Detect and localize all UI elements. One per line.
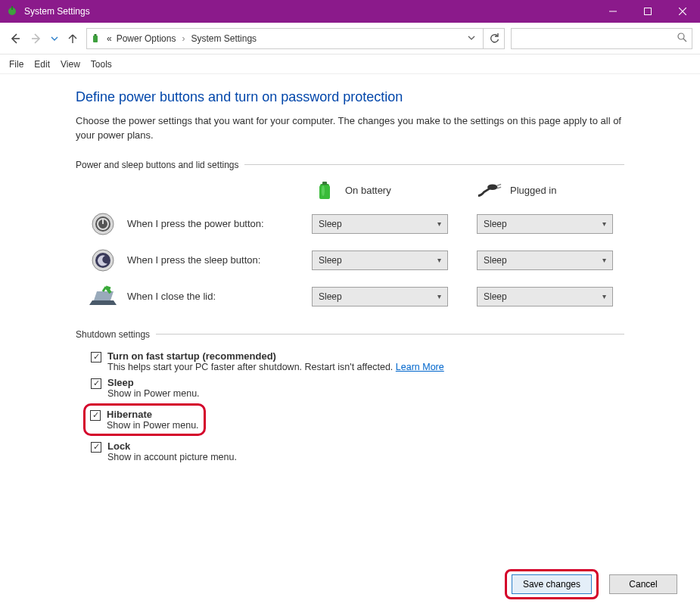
checkbox[interactable]: ✓ <box>91 442 101 453</box>
column-plugged-in: Plugged in <box>477 181 628 201</box>
cancel-button[interactable]: Cancel <box>609 574 677 594</box>
section-label-text: Power and sleep buttons and lid settings <box>76 160 238 170</box>
row-sleep-label: When I press the sleep button: <box>127 254 260 266</box>
chevron-down-icon: ▾ <box>602 292 606 300</box>
power-grid: On battery Plugged in When I press the p… <box>86 181 624 310</box>
select-value: Sleep <box>484 219 507 229</box>
refresh-button[interactable] <box>484 28 505 49</box>
maximize-button[interactable] <box>630 0 665 23</box>
page-heading: Define power buttons and turn on passwor… <box>76 89 624 105</box>
power-icon <box>86 211 120 237</box>
section-label-text: Shutdown settings <box>76 329 150 340</box>
chevron-down-icon: ▾ <box>602 219 606 228</box>
battery-column-icon <box>312 181 338 201</box>
window-controls <box>596 0 700 23</box>
checkbox-sleep: ✓ Sleep Show in Power menu. <box>91 377 624 399</box>
svg-rect-3 <box>645 8 652 15</box>
checkbox-hibernate: ✓ Hibernate Show in Power menu. <box>90 409 199 431</box>
checkbox-label: Lock <box>107 440 237 452</box>
select-value: Sleep <box>319 291 342 302</box>
menu-tools[interactable]: Tools <box>91 59 112 70</box>
select-lid-battery[interactable]: Sleep ▾ <box>312 287 448 306</box>
checkbox-sub: Show in account picture menu. <box>107 452 237 462</box>
column-plugged-label: Plugged in <box>510 185 556 196</box>
column-on-battery: On battery <box>312 181 463 201</box>
nav-back-button[interactable] <box>8 31 23 46</box>
titlebar: System Settings <box>0 0 700 23</box>
chevron-down-icon: ▾ <box>437 256 441 264</box>
select-lid-plugged[interactable]: Sleep ▾ <box>477 287 613 306</box>
checkbox-label: Sleep <box>107 377 200 388</box>
navbar: « Power Options › System Settings <box>0 23 700 54</box>
highlighted-save: Save changes <box>505 569 599 599</box>
plug-column-icon <box>477 181 502 201</box>
row-close-lid: When I close the lid: <box>86 284 298 310</box>
nav-up-button[interactable] <box>65 31 80 46</box>
close-button[interactable] <box>665 0 700 23</box>
svg-point-16 <box>487 184 497 190</box>
section-shutdown: Shutdown settings <box>76 329 624 340</box>
checkbox-sub: Show in Power menu. <box>107 420 199 431</box>
svg-point-15 <box>322 185 325 196</box>
section-power-buttons: Power and sleep buttons and lid settings <box>76 160 624 170</box>
nav-forward-button[interactable] <box>29 31 44 46</box>
checkbox[interactable]: ✓ <box>90 410 101 421</box>
checkbox-sub: This helps start your PC faster after sh… <box>107 362 444 372</box>
page-description: Choose the power settings that you want … <box>76 114 624 143</box>
battery-icon <box>90 33 102 45</box>
nav-recent-dropdown[interactable] <box>50 31 59 46</box>
learn-more-link[interactable]: Learn More <box>396 362 444 372</box>
chevron-right-icon: › <box>182 33 185 44</box>
highlighted-hibernate: ✓ Hibernate Show in Power menu. <box>83 403 206 436</box>
checkbox[interactable]: ✓ <box>91 352 101 363</box>
svg-rect-9 <box>95 34 97 36</box>
breadcrumb-ellipsis[interactable]: « <box>107 33 112 44</box>
select-sleep-battery[interactable]: Sleep ▾ <box>312 250 448 270</box>
select-power-battery[interactable]: Sleep ▾ <box>312 214 448 234</box>
svg-rect-14 <box>322 182 327 185</box>
svg-rect-1 <box>11 6 13 10</box>
save-button[interactable]: Save changes <box>512 574 592 594</box>
svg-point-10 <box>678 33 684 39</box>
chevron-down-icon: ▾ <box>437 219 441 228</box>
breadcrumb-current[interactable]: System Settings <box>191 33 257 44</box>
menubar: File Edit View Tools <box>0 54 700 74</box>
row-lid-label: When I close the lid: <box>127 291 216 302</box>
svg-line-11 <box>683 39 686 42</box>
search-input[interactable] <box>511 28 692 49</box>
checkbox-label: Turn on fast startup (recommended) <box>107 350 444 362</box>
checkbox-fast-startup: ✓ Turn on fast startup (recommended) Thi… <box>91 350 624 372</box>
app-icon <box>6 5 18 17</box>
checkbox[interactable]: ✓ <box>91 378 101 389</box>
shutdown-settings-list: ✓ Turn on fast startup (recommended) Thi… <box>91 350 624 462</box>
sleep-icon <box>86 247 120 273</box>
window-title: System Settings <box>24 6 90 17</box>
select-value: Sleep <box>484 255 507 266</box>
menu-file[interactable]: File <box>9 59 23 70</box>
select-sleep-plugged[interactable]: Sleep ▾ <box>477 250 613 270</box>
minimize-button[interactable] <box>596 0 630 23</box>
select-value: Sleep <box>484 291 507 302</box>
select-value: Sleep <box>319 255 342 266</box>
svg-rect-13 <box>319 185 330 199</box>
select-power-plugged[interactable]: Sleep ▾ <box>477 214 613 234</box>
row-sleep-button: When I press the sleep button: <box>86 247 298 273</box>
address-bar[interactable]: « Power Options › System Settings <box>86 28 484 49</box>
content: Define power buttons and turn on passwor… <box>0 74 700 475</box>
address-dropdown[interactable] <box>463 33 480 44</box>
laptop-lid-icon <box>86 284 120 310</box>
column-battery-label: On battery <box>345 185 391 196</box>
footer-buttons: Save changes Cancel <box>505 569 677 599</box>
menu-edit[interactable]: Edit <box>34 59 50 70</box>
checkbox-sub-text: This helps start your PC faster after sh… <box>107 362 396 372</box>
checkbox-label: Hibernate <box>107 409 199 420</box>
checkbox-sub: Show in Power menu. <box>107 388 200 399</box>
svg-rect-8 <box>93 36 98 42</box>
checkbox-lock: ✓ Lock Show in account picture menu. <box>91 440 624 462</box>
svg-line-17 <box>496 184 501 185</box>
chevron-down-icon: ▾ <box>437 292 441 300</box>
chevron-down-icon: ▾ <box>602 256 606 264</box>
breadcrumb-prev[interactable]: Power Options <box>117 33 176 44</box>
search-icon <box>677 32 687 45</box>
menu-view[interactable]: View <box>61 59 80 70</box>
